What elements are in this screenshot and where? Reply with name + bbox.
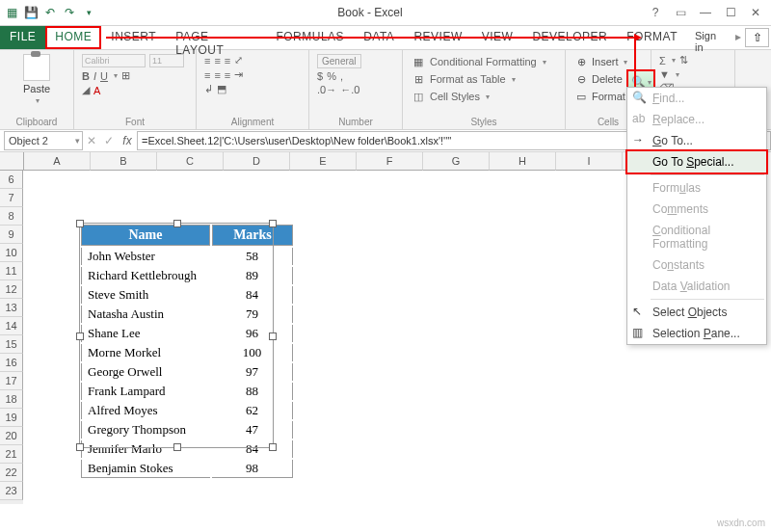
qat-more-icon[interactable]: ▾: [81, 5, 96, 20]
align-mid-icon[interactable]: ≡: [214, 55, 220, 66]
row-header[interactable]: 20: [0, 427, 23, 445]
row-header[interactable]: 13: [0, 299, 23, 317]
col-header[interactable]: E: [290, 152, 357, 171]
row-header[interactable]: 11: [0, 262, 23, 280]
row-header[interactable]: 14: [0, 317, 23, 335]
indent-icon[interactable]: ⇥: [234, 68, 243, 81]
col-header[interactable]: I: [556, 152, 623, 171]
table-format-button[interactable]: Format as Table: [430, 73, 506, 85]
comma-icon[interactable]: ,: [340, 70, 343, 82]
paste-button[interactable]: Paste▾: [8, 54, 66, 105]
col-header[interactable]: D: [224, 152, 290, 171]
menu-select-objects[interactable]: ↖Select Objects: [627, 302, 766, 323]
row-header[interactable]: 18: [0, 390, 23, 409]
inc-decimal-icon[interactable]: .0→: [317, 84, 336, 95]
delete-cells-button[interactable]: Delete: [592, 73, 623, 85]
percent-icon[interactable]: %: [327, 70, 336, 82]
merge-icon[interactable]: ⬒: [217, 83, 226, 95]
menu-goto-special[interactable]: Go To Special...: [625, 149, 768, 174]
italic-icon[interactable]: I: [93, 70, 96, 82]
maximize-icon[interactable]: ☐: [719, 4, 742, 21]
insert-cells-button[interactable]: Insert: [592, 56, 619, 67]
cell-marks: 98: [212, 460, 293, 478]
table-row: Benjamin Stokes98: [81, 460, 293, 478]
row-header[interactable]: 23: [0, 482, 23, 500]
save-icon[interactable]: 💾: [23, 5, 39, 20]
resize-handle[interactable]: [173, 220, 181, 227]
menu-data-validation[interactable]: Data Validation: [627, 276, 766, 297]
menu-formulas[interactable]: Formulas: [627, 177, 766, 199]
align-top-icon[interactable]: ≡: [204, 55, 210, 66]
object-selection[interactable]: [79, 223, 274, 448]
col-header[interactable]: H: [490, 152, 556, 171]
menu-replace[interactable]: abReplace...: [627, 109, 766, 130]
row-header[interactable]: 16: [0, 354, 23, 372]
menu-goto[interactable]: →Go To...: [627, 130, 766, 151]
row-header[interactable]: 9: [0, 226, 23, 244]
name-box[interactable]: Object 2: [4, 131, 83, 150]
underline-icon[interactable]: U: [100, 70, 108, 82]
resize-handle[interactable]: [269, 443, 277, 451]
currency-icon[interactable]: $: [317, 70, 323, 82]
row-header[interactable]: 7: [0, 189, 23, 207]
cond-format-button[interactable]: Conditional Formatting: [430, 56, 537, 67]
tab-home[interactable]: HOME: [45, 26, 101, 49]
col-header[interactable]: G: [423, 152, 490, 171]
resize-handle[interactable]: [269, 220, 277, 227]
share-icon[interactable]: ⇧: [745, 28, 769, 47]
wrap-text-icon[interactable]: ↲: [204, 83, 213, 95]
cell-styles-button[interactable]: Cell Styles: [430, 91, 480, 102]
align-bot-icon[interactable]: ≡: [225, 55, 230, 66]
resize-handle[interactable]: [269, 332, 277, 340]
menu-constants[interactable]: Constants: [627, 254, 766, 276]
autosum-icon[interactable]: Σ: [659, 55, 666, 66]
row-header[interactable]: 17: [0, 372, 23, 390]
redo-icon[interactable]: ↷: [62, 5, 77, 20]
undo-icon[interactable]: ↶: [42, 5, 58, 20]
row-header[interactable]: 8: [0, 207, 23, 226]
row-header[interactable]: 12: [0, 280, 23, 299]
resize-handle[interactable]: [76, 443, 84, 451]
menu-cond-format[interactable]: Conditional Formatting: [627, 220, 766, 254]
col-header[interactable]: B: [91, 152, 157, 171]
orientation-icon[interactable]: ⤢: [234, 54, 243, 66]
row-header[interactable]: 21: [0, 445, 23, 464]
sign-in-link[interactable]: Sign in: [687, 26, 733, 49]
row-header[interactable]: 6: [0, 171, 23, 189]
row-header[interactable]: 19: [0, 409, 23, 427]
menu-find[interactable]: 🔍Find...: [627, 88, 766, 109]
fill-icon[interactable]: ▼: [659, 68, 670, 80]
insert-cells-icon: ⊕: [573, 54, 589, 69]
sort-filter-icon[interactable]: ⇅: [679, 54, 688, 66]
resize-handle[interactable]: [173, 443, 181, 451]
font-color-icon[interactable]: A: [93, 85, 100, 96]
col-header[interactable]: A: [24, 152, 91, 171]
minimize-icon[interactable]: —: [694, 4, 717, 21]
border-icon[interactable]: ⊞: [121, 69, 130, 82]
format-cells-button[interactable]: Format: [592, 91, 625, 102]
fx-icon[interactable]: fx: [118, 134, 137, 147]
accept-formula-icon[interactable]: ✓: [100, 134, 118, 147]
align-left-icon[interactable]: ≡: [204, 69, 210, 81]
col-header[interactable]: F: [357, 152, 423, 171]
fill-color-icon[interactable]: ◢: [82, 84, 90, 96]
number-format-select[interactable]: General: [317, 54, 361, 68]
align-right-icon[interactable]: ≡: [225, 69, 230, 81]
align-center-icon[interactable]: ≡: [214, 69, 220, 81]
resize-handle[interactable]: [76, 220, 84, 227]
select-all-corner[interactable]: [0, 152, 24, 171]
menu-selection-pane[interactable]: ▥Selection Pane...: [627, 323, 766, 344]
tab-file[interactable]: FILE: [0, 26, 45, 49]
ribbon-display-icon[interactable]: ▭: [669, 4, 692, 21]
cancel-formula-icon[interactable]: ✕: [83, 134, 100, 147]
row-header[interactable]: 15: [0, 335, 23, 354]
menu-comments[interactable]: Comments: [627, 199, 766, 220]
help-icon[interactable]: ?: [644, 4, 667, 21]
dec-decimal-icon[interactable]: ←.0: [340, 84, 359, 95]
row-header[interactable]: 22: [0, 464, 23, 482]
close-icon[interactable]: ✕: [744, 4, 767, 21]
row-header[interactable]: 10: [0, 244, 23, 262]
bold-icon[interactable]: B: [82, 70, 90, 82]
resize-handle[interactable]: [76, 332, 84, 340]
col-header[interactable]: C: [157, 152, 224, 171]
